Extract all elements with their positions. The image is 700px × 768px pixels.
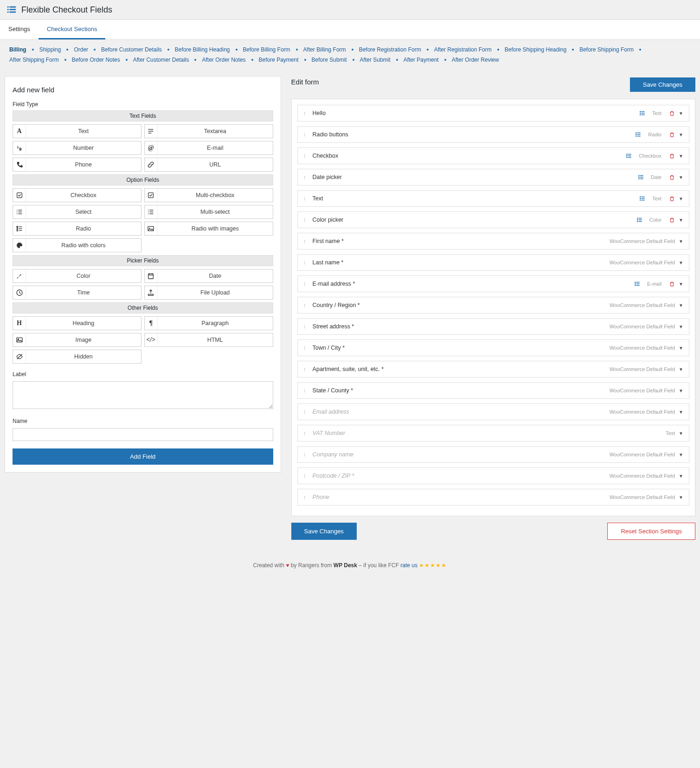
field-type-time[interactable]: Time	[13, 286, 141, 300]
trash-icon[interactable]	[669, 174, 675, 180]
trash-icon[interactable]	[669, 153, 675, 159]
section-pill-after-order-review[interactable]: After Order Review	[449, 55, 502, 65]
expand-caret-icon[interactable]: ▼	[679, 111, 683, 116]
expand-caret-icon[interactable]: ▼	[679, 282, 683, 287]
field-type-textarea[interactable]: Textarea	[144, 124, 273, 138]
drag-handle-icon[interactable]: ↕	[303, 259, 313, 266]
name-input[interactable]	[13, 428, 273, 441]
section-pill-before-submit[interactable]: Before Submit	[309, 55, 350, 65]
expand-caret-icon[interactable]: ▼	[679, 175, 683, 180]
drag-handle-icon[interactable]: ↕	[303, 302, 313, 308]
field-row[interactable]: ↕First name *WooCommerce Default Field▼	[297, 233, 689, 250]
section-pill-before-shipping-form[interactable]: Before Shipping Form	[577, 45, 636, 55]
field-type-radio-with-colors[interactable]: Radio with colors	[13, 238, 141, 252]
field-type-date[interactable]: Date	[144, 269, 273, 283]
field-type-radio-with-images[interactable]: Radio with images	[144, 222, 273, 236]
reset-section-button[interactable]: Reset Section Settings	[607, 523, 695, 540]
section-pill-before-billing-heading[interactable]: Before Billing Heading	[172, 45, 233, 55]
field-row[interactable]: ↕Email addressWooCommerce Default Field▼	[297, 403, 689, 420]
rate-us-link[interactable]: rate us	[400, 562, 417, 569]
field-row[interactable]: ↕State / County *WooCommerce Default Fie…	[297, 382, 689, 399]
field-row[interactable]: ↕TextText▼	[297, 190, 689, 207]
drag-handle-icon[interactable]: ↕	[303, 217, 313, 223]
section-pill-after-order-notes[interactable]: After Order Notes	[199, 55, 248, 65]
expand-caret-icon[interactable]: ▼	[679, 154, 683, 159]
section-pill-billing[interactable]: Billing	[6, 45, 29, 55]
field-type-radio[interactable]: Radio	[13, 222, 141, 236]
drag-handle-icon[interactable]: ↕	[303, 238, 313, 244]
drag-handle-icon[interactable]: ↕	[303, 323, 313, 330]
trash-icon[interactable]	[669, 217, 675, 223]
section-pill-before-shipping-heading[interactable]: Before Shipping Heading	[502, 45, 569, 55]
section-pill-order[interactable]: Order	[71, 45, 91, 55]
expand-caret-icon[interactable]: ▼	[679, 495, 683, 500]
section-pill-after-customer-details[interactable]: After Customer Details	[130, 55, 192, 65]
drag-handle-icon[interactable]: ↕	[303, 473, 313, 479]
expand-caret-icon[interactable]: ▼	[679, 346, 683, 351]
field-row[interactable]: ↕VAT NumberText▼	[297, 425, 689, 442]
field-type-url[interactable]: URL	[144, 158, 273, 172]
drag-handle-icon[interactable]: ↕	[303, 110, 313, 116]
section-pill-after-submit[interactable]: After Submit	[357, 55, 393, 65]
field-type-checkbox[interactable]: Checkbox	[13, 188, 141, 202]
expand-caret-icon[interactable]: ▼	[679, 452, 683, 457]
expand-caret-icon[interactable]: ▼	[679, 367, 683, 372]
save-changes-top-button[interactable]: Save Changes	[630, 77, 695, 92]
expand-caret-icon[interactable]: ▼	[679, 196, 683, 201]
field-row[interactable]: ↕PhoneWooCommerce Default Field▼	[297, 489, 689, 506]
tab-checkout-sections[interactable]: Checkout Sections	[39, 20, 105, 39]
field-row[interactable]: ↕E-mail address *E-mail▼	[297, 275, 689, 292]
drag-handle-icon[interactable]: ↕	[303, 153, 313, 159]
field-type-multi-checkbox[interactable]: Multi-checkbox	[144, 188, 273, 202]
field-row[interactable]: ↕Apartment, suite, unit, etc. *WooCommer…	[297, 361, 689, 378]
field-row[interactable]: ↕Company nameWooCommerce Default Field▼	[297, 446, 689, 463]
expand-caret-icon[interactable]: ▼	[679, 260, 683, 265]
field-type-text[interactable]: AText	[13, 124, 141, 138]
section-pill-before-registration-form[interactable]: Before Registration Form	[356, 45, 424, 55]
drag-handle-icon[interactable]: ↕	[303, 366, 313, 372]
field-type-number[interactable]: ¹₉Number	[13, 141, 141, 155]
expand-caret-icon[interactable]: ▼	[679, 388, 683, 393]
drag-handle-icon[interactable]: ↕	[303, 195, 313, 202]
drag-handle-icon[interactable]: ↕	[303, 430, 313, 436]
field-row[interactable]: ↕CheckboxCheckbox▼	[297, 147, 689, 164]
section-pill-after-billing-form[interactable]: After Billing Form	[301, 45, 349, 55]
section-pill-after-payment[interactable]: After Payment	[401, 55, 442, 65]
expand-caret-icon[interactable]: ▼	[679, 324, 683, 329]
field-type-select[interactable]: Select	[13, 205, 141, 219]
field-row[interactable]: ↕Street address *WooCommerce Default Fie…	[297, 318, 689, 335]
field-type-html[interactable]: </>HTML	[144, 333, 273, 347]
label-input[interactable]	[13, 381, 273, 409]
section-pill-before-payment[interactable]: Before Payment	[256, 55, 302, 65]
section-pill-before-order-notes[interactable]: Before Order Notes	[69, 55, 123, 65]
field-row[interactable]: ↕Date pickerDate▼	[297, 169, 689, 186]
field-row[interactable]: ↕HelloText▼	[297, 105, 689, 122]
trash-icon[interactable]	[669, 196, 675, 202]
drag-handle-icon[interactable]: ↕	[303, 131, 313, 138]
tab-settings[interactable]: Settings	[0, 20, 39, 39]
field-row[interactable]: ↕Last name *WooCommerce Default Field▼	[297, 254, 689, 271]
field-type-heading[interactable]: HHeading	[13, 316, 141, 330]
expand-caret-icon[interactable]: ▼	[679, 410, 683, 415]
expand-caret-icon[interactable]: ▼	[679, 132, 683, 137]
field-type-phone[interactable]: Phone	[13, 158, 141, 172]
trash-icon[interactable]	[669, 281, 675, 287]
trash-icon[interactable]	[669, 132, 675, 138]
field-type-file-upload[interactable]: File Upload	[144, 286, 273, 300]
drag-handle-icon[interactable]: ↕	[303, 451, 313, 458]
section-pill-after-shipping-form[interactable]: After Shipping Form	[6, 55, 62, 65]
drag-handle-icon[interactable]: ↕	[303, 494, 313, 500]
field-row[interactable]: ↕Country / Region *WooCommerce Default F…	[297, 297, 689, 314]
drag-handle-icon[interactable]: ↕	[303, 387, 313, 394]
section-pill-after-registration-form[interactable]: After Registration Form	[431, 45, 494, 55]
drag-handle-icon[interactable]: ↕	[303, 281, 313, 287]
field-type-image[interactable]: Image	[13, 333, 141, 347]
drag-handle-icon[interactable]: ↕	[303, 345, 313, 351]
trash-icon[interactable]	[669, 110, 675, 116]
add-field-button[interactable]: Add Field	[13, 448, 273, 465]
expand-caret-icon[interactable]: ▼	[679, 218, 683, 223]
field-row[interactable]: ↕Radio buttonsRadio▼	[297, 126, 689, 143]
field-type-paragraph[interactable]: ¶Paragraph	[144, 316, 273, 330]
expand-caret-icon[interactable]: ▼	[679, 303, 683, 308]
field-row[interactable]: ↕Color pickerColor▼	[297, 211, 689, 228]
